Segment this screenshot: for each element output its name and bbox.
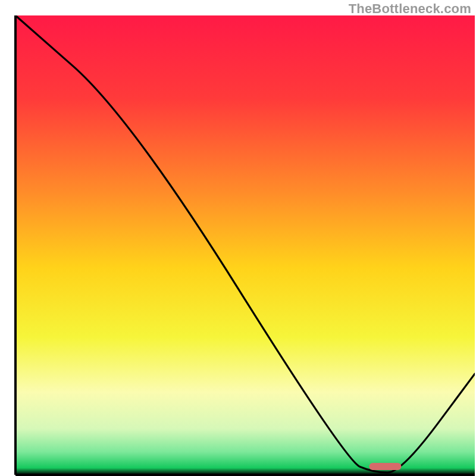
chart-svg <box>0 0 476 476</box>
plot-background <box>15 15 475 475</box>
optimal-marker <box>369 463 401 470</box>
watermark-text: TheBottleneck.com <box>349 1 471 17</box>
bottleneck-chart: TheBottleneck.com <box>0 0 476 476</box>
